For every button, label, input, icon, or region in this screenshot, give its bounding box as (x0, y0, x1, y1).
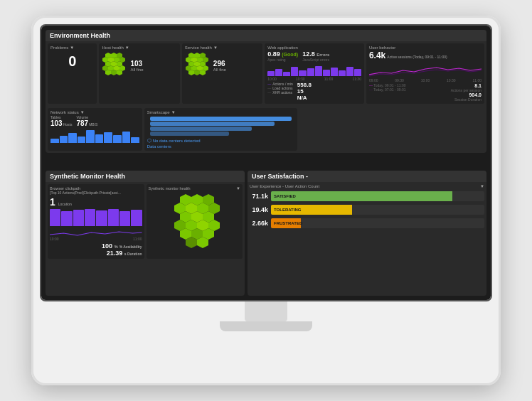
smartscape-datacenter-icon: ⬡ (147, 138, 151, 144)
problems-value: 0 (50, 50, 94, 73)
synthetic-content: Browser clickpath [Top 10 Actions(Prod]C… (46, 182, 245, 261)
tables-sub: Hosts (63, 122, 73, 127)
user-behavior-chart (369, 62, 482, 77)
tolerating-value: 19.4k (250, 206, 268, 213)
browser-chart (50, 209, 142, 226)
service-sub: All fine (213, 68, 226, 72)
web-app-times: 10:00 10:30 11:00 11:30 (267, 77, 361, 81)
network-status-tile[interactable]: Network status ▼ Tables 103 Hosts (48, 108, 142, 151)
js-value: 12.8 Errors (302, 50, 329, 58)
smartscape-label: Smartscape ▼ (147, 110, 295, 114)
host-health-tile[interactable]: Host health ▼ (99, 43, 179, 104)
location-label: Location (58, 202, 72, 206)
network-label: Network status ▼ (50, 110, 139, 114)
monitor-stand-neck (245, 301, 287, 321)
volume-value: 787 (76, 119, 88, 127)
web-app-tile[interactable]: Web application 0.89 (Good) Apex rating (265, 43, 364, 104)
network-filter-icon[interactable]: ▼ (80, 110, 85, 114)
satisfied-bar-container: SATISFIED (271, 191, 484, 201)
no-data-label: No data centers detected (153, 139, 201, 143)
problems-tile[interactable]: Problems ▼ 0 (48, 43, 97, 104)
network-chart (50, 129, 139, 143)
browser-path: [Top 10 Actions(Prod]Clickpath-Private[a… (50, 191, 142, 195)
host-honeycomb (102, 51, 127, 80)
user-sat-title: User Satisfaction - (248, 171, 486, 182)
active-sessions-label: Active sessions (Today, 09:01 - 11:00) (387, 55, 447, 59)
host-value: 103 (130, 60, 143, 68)
synthetic-honeycomb (166, 193, 223, 253)
service-filter-icon[interactable]: ▼ (213, 46, 218, 50)
satisfied-bar: SATISFIED (271, 191, 452, 201)
browser-wave-chart (50, 228, 142, 236)
service-health-label: Service health ▼ (185, 46, 260, 50)
env-health-row1: Problems ▼ 0 Host health ▼ (46, 41, 486, 106)
service-value: 296 (213, 60, 226, 68)
spacer1 (299, 108, 484, 151)
monitor-screen: Environment Health Problems ▼ 0 (40, 24, 492, 301)
web-val4: N/A (297, 95, 312, 101)
user-satisfaction-panel: User Satisfaction - User Experience - Us… (248, 171, 486, 296)
tables-value: 103 (50, 119, 63, 127)
active-sessions-value: 6.4k (369, 50, 385, 60)
host-health-label: Host health ▼ (102, 46, 176, 50)
env-health-row2: Network status ▼ Tables 103 Hosts (46, 106, 486, 153)
dashboard: Environment Health Problems ▼ 0 (41, 26, 491, 300)
today-label: — Today, 09:01 - 11:00 — Today, 07:01 - … (369, 83, 406, 102)
web-stats: —Actions / min —Load actions —XHR action… (267, 82, 293, 101)
smartscape-filter-icon[interactable]: ▼ (171, 110, 176, 114)
frustrated-label: FRUSTRATED (274, 221, 302, 225)
satisfied-label: SATISFIED (274, 194, 296, 198)
web-app-chart (267, 63, 361, 76)
frustrated-bar: FRUSTRATED (271, 218, 301, 228)
synthetic-health-tile[interactable]: Synthetic monitor health ▼ (147, 184, 243, 259)
availability-value: 100 % % Availability (50, 242, 142, 250)
tolerating-label: TOLERATING (274, 208, 301, 212)
smartscape-layers (147, 117, 295, 136)
synthetic-health-label: Synthetic monitor health (149, 186, 191, 191)
browser-clickpath[interactable]: Browser clickpath [Top 10 Actions(Prod]C… (48, 184, 144, 259)
ux-header: User Experience - User Action Count ▼ (250, 184, 484, 188)
user-behavior-label: User behavior (369, 46, 482, 50)
synthetic-panel: Synthetic Monitor Health Browser clickpa… (46, 171, 245, 296)
location-value: 1 (50, 196, 55, 208)
web-val3: 15 (297, 88, 312, 95)
env-health-section: Environment Health Problems ▼ 0 (46, 30, 486, 168)
env-health-title: Environment Health (46, 30, 486, 41)
service-honeycomb (185, 51, 211, 80)
web-val2: 558.8 (297, 82, 312, 88)
host-sub: All fine (130, 68, 143, 72)
duration-value: 21.39 s Duration (50, 250, 142, 257)
volume-unit: MB/S (89, 122, 97, 127)
apex-label: Apex rating (267, 58, 298, 62)
bottom-section: Synthetic Monitor Health Browser clickpa… (46, 171, 486, 296)
js-label: JavaScript errors (302, 58, 329, 62)
monitor-stand-base (220, 321, 312, 331)
frustrated-row: 2.66k FRUSTRATED (250, 218, 484, 228)
actions-per-session: 8.1 (451, 83, 482, 88)
host-filter-icon[interactable]: ▼ (125, 46, 129, 50)
smartscape-tile[interactable]: Smartscape ▼ ⬡ (144, 108, 298, 151)
frustrated-value: 2.66k (250, 220, 268, 227)
tolerating-row: 19.4k TOLERATING (250, 205, 484, 215)
user-behavior-times: 09:00 09:30 10:00 10:30 11:00 (369, 78, 482, 82)
satisfied-value: 71.1k (250, 193, 268, 200)
user-behavior-tile[interactable]: User behavior 6.4k Active sessions (Toda… (366, 43, 484, 104)
session-duration: 904.0 (451, 92, 482, 97)
tolerating-bar: TOLERATING (271, 205, 352, 215)
frustrated-bar-container: FRUSTRATED (271, 218, 484, 228)
satisfied-row: 71.1k SATISFIED (250, 191, 484, 201)
user-sat-content: User Experience - User Action Count ▼ 71… (248, 182, 486, 234)
ux-filter-icon[interactable]: ▼ (480, 184, 484, 188)
apex-value: 0.89 (Good) (267, 50, 298, 58)
synthetic-title: Synthetic Monitor Health (46, 171, 245, 182)
service-health-tile[interactable]: Service health ▼ (182, 43, 262, 104)
tolerating-bar-container: TOLERATING (271, 205, 484, 215)
monitor: Environment Health Problems ▼ 0 (31, 16, 501, 385)
web-app-label: Web application (267, 46, 361, 50)
synthetic-filter-icon[interactable]: ▼ (236, 186, 240, 191)
problems-filter-icon[interactable]: ▼ (70, 46, 74, 50)
data-centers-label: Data centers (147, 144, 295, 149)
env-health-panel: Environment Health Problems ▼ 0 (46, 30, 486, 153)
session-duration-label: Session Duration (451, 97, 482, 102)
ux-title: User Experience - User Action Count (250, 184, 319, 188)
